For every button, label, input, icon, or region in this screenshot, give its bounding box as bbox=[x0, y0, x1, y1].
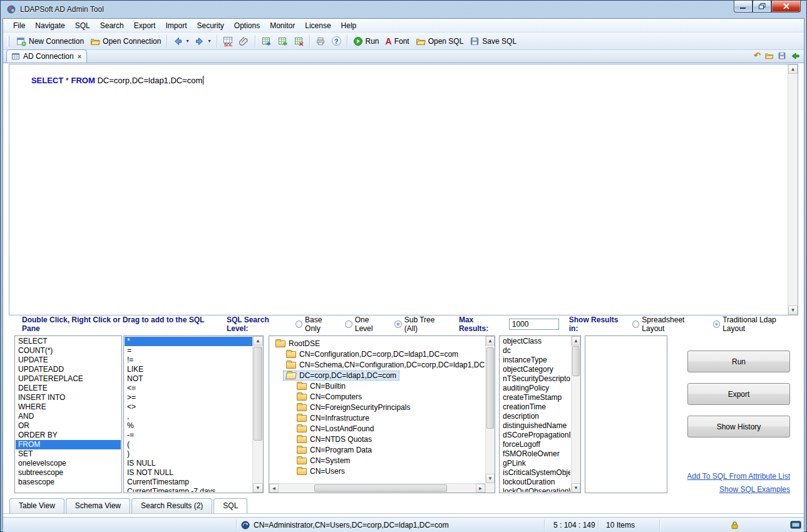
keyword-item[interactable]: SET bbox=[16, 449, 121, 459]
keyword-item[interactable]: UPDATEREPLACE bbox=[16, 374, 121, 384]
attribute-item[interactable]: lockoutDuration bbox=[500, 478, 570, 487]
save-sql-button[interactable]: Save SQL bbox=[466, 35, 520, 48]
tree-node[interactable]: CN=LostAndFound bbox=[270, 423, 485, 434]
max-results-input[interactable] bbox=[509, 319, 559, 330]
attribute-item[interactable]: nTSecurityDescriptor bbox=[500, 374, 570, 384]
new-connection-button[interactable]: New Connection bbox=[13, 35, 87, 48]
operator-item[interactable]: ( bbox=[125, 440, 252, 449]
close-button[interactable] bbox=[771, 1, 801, 13]
operator-item[interactable]: = bbox=[125, 346, 252, 356]
menu-item[interactable]: Help bbox=[336, 19, 362, 32]
new-sql-button[interactable]: SQL bbox=[220, 35, 236, 48]
editor-vertical-scrollbar[interactable]: ▲ ▼ bbox=[788, 64, 798, 315]
run-button[interactable]: Run bbox=[350, 35, 383, 48]
scroll-down-icon[interactable]: ▼ bbox=[253, 483, 263, 493]
menu-item[interactable]: License bbox=[300, 19, 336, 32]
scroll-left-icon[interactable]: ◄ bbox=[269, 484, 279, 493]
sql-text[interactable]: SELECT * FROM DC=corp,DC=ldap1,DC=com bbox=[9, 64, 798, 96]
menu-item[interactable]: Security bbox=[192, 19, 229, 32]
attribute-item[interactable]: creationTime bbox=[500, 402, 570, 412]
tree-node[interactable]: CN=NTDS Quotas bbox=[270, 434, 485, 444]
keyword-item[interactable]: FROM bbox=[16, 440, 121, 449]
open-connection-button[interactable]: Open Connection bbox=[87, 35, 164, 48]
keyword-item[interactable]: OR bbox=[16, 421, 121, 431]
attribute-item[interactable]: gPLink bbox=[500, 459, 570, 468]
menu-item[interactable]: File bbox=[8, 19, 30, 32]
scroll-thumb[interactable] bbox=[314, 484, 447, 492]
run-query-button[interactable]: Run bbox=[687, 350, 790, 372]
history-icon[interactable]: ↶ bbox=[754, 51, 761, 60]
operator-item[interactable]: != bbox=[125, 356, 252, 365]
font-button[interactable]: A Font bbox=[383, 36, 413, 47]
scroll-thumb[interactable] bbox=[572, 346, 580, 376]
tree-node[interactable]: CN=ForeignSecurityPrincipals bbox=[270, 402, 485, 412]
operator-item[interactable]: * bbox=[125, 337, 252, 346]
operator-item[interactable]: <= bbox=[125, 384, 252, 393]
keyword-item[interactable]: INSERT INTO bbox=[16, 393, 121, 402]
operator-item[interactable]: NOT bbox=[125, 374, 252, 384]
menu-item[interactable]: Monitor bbox=[265, 19, 300, 32]
attribute-item[interactable]: createTimeStamp bbox=[500, 393, 570, 402]
operator-item[interactable]: -= bbox=[125, 431, 252, 440]
keyword-item[interactable]: AND bbox=[16, 412, 121, 421]
forward-button[interactable]: ▾ bbox=[192, 35, 213, 48]
add-to-sql-link[interactable]: Add To SQL From Attribute List bbox=[687, 472, 790, 481]
remove-spreadsheet-button[interactable] bbox=[290, 35, 307, 48]
scroll-down-icon[interactable]: ▼ bbox=[788, 305, 798, 315]
keyword-item[interactable]: UPDATE bbox=[16, 356, 121, 365]
attribute-item[interactable]: fSMORoleOwner bbox=[500, 449, 570, 459]
attach-button[interactable] bbox=[236, 35, 252, 48]
search-level-radio[interactable]: Sub Tree (All) bbox=[394, 315, 446, 333]
tree-node[interactable]: DC=corp,DC=ldap1,DC=com bbox=[270, 370, 485, 381]
tree-node[interactable]: CN=Computers bbox=[270, 391, 485, 402]
bottom-tab[interactable]: Search Results (2) bbox=[131, 498, 212, 513]
attribute-item[interactable]: objectCategory bbox=[500, 365, 570, 374]
open-sql-button[interactable]: Open SQL bbox=[413, 35, 467, 48]
maximize-button[interactable] bbox=[753, 1, 771, 13]
attribute-item[interactable]: description bbox=[500, 412, 570, 421]
forward-dropdown-icon[interactable]: ▾ bbox=[208, 38, 210, 44]
title-bar[interactable]: LDAPSoft AD Admin Tool bbox=[1, 1, 806, 18]
search-level-radio[interactable]: Base Only bbox=[296, 315, 337, 333]
minimize-button[interactable] bbox=[734, 1, 753, 13]
toolbar-grip[interactable] bbox=[8, 36, 9, 47]
operator-item[interactable]: <> bbox=[125, 402, 252, 412]
keyword-item[interactable]: onelevelscope bbox=[16, 459, 121, 468]
attribute-item[interactable]: dc bbox=[500, 346, 570, 356]
attribute-item[interactable]: lockOutObservationWindow bbox=[500, 487, 570, 492]
scroll-thumb[interactable] bbox=[254, 347, 262, 441]
tree-node[interactable]: CN=System bbox=[270, 455, 485, 466]
import-spreadsheet-button[interactable] bbox=[274, 35, 290, 48]
tree-node[interactable]: RootDSE bbox=[270, 338, 485, 349]
tree-node[interactable]: CN=Infrastructure bbox=[270, 412, 485, 423]
menu-item[interactable]: Options bbox=[229, 19, 265, 32]
search-level-radio[interactable]: One Level bbox=[345, 315, 386, 333]
operator-item[interactable]: IS NOT NULL bbox=[125, 468, 252, 478]
results-layout-radio[interactable]: Spreadsheet Layout bbox=[632, 315, 705, 333]
menu-item[interactable]: Search bbox=[95, 19, 129, 32]
tree-node[interactable]: CN=Program Data bbox=[270, 444, 485, 455]
print-button[interactable] bbox=[312, 35, 329, 48]
bottom-tab[interactable]: SQL bbox=[213, 498, 247, 513]
operator-item[interactable]: >= bbox=[125, 393, 252, 402]
open-file-icon[interactable] bbox=[764, 51, 774, 60]
operator-item[interactable]: CurrentTimestamp -7 days bbox=[125, 487, 252, 492]
scroll-up-icon[interactable]: ▲ bbox=[253, 336, 263, 345]
attribute-item[interactable]: instanceType bbox=[500, 356, 570, 365]
bottom-tab[interactable]: Table View bbox=[9, 498, 64, 513]
operator-item[interactable]: CurrentTimestamp bbox=[125, 478, 252, 487]
keyword-item[interactable]: ORDER BY bbox=[16, 431, 121, 440]
operator-item[interactable]: LIKE bbox=[125, 365, 252, 374]
operator-item[interactable]: , bbox=[125, 412, 252, 421]
menu-item[interactable]: SQL bbox=[70, 19, 95, 32]
results-layout-radio[interactable]: Traditional Ldap Layout bbox=[713, 315, 796, 333]
tab-close-icon[interactable]: × bbox=[77, 53, 82, 60]
show-sql-examples-link[interactable]: Show SQL Examples bbox=[719, 485, 790, 494]
scroll-right-icon[interactable]: ► bbox=[476, 484, 485, 493]
show-history-button[interactable]: Show History bbox=[687, 416, 790, 437]
tree-node[interactable]: CN=Users bbox=[270, 466, 485, 476]
export-spreadsheet-button[interactable] bbox=[258, 35, 274, 48]
attribute-item[interactable]: forceLogoff bbox=[500, 440, 570, 449]
bottom-tab[interactable]: Schema View bbox=[66, 498, 130, 513]
tree-horizontal-scrollbar[interactable]: ◄ ► bbox=[269, 483, 485, 493]
